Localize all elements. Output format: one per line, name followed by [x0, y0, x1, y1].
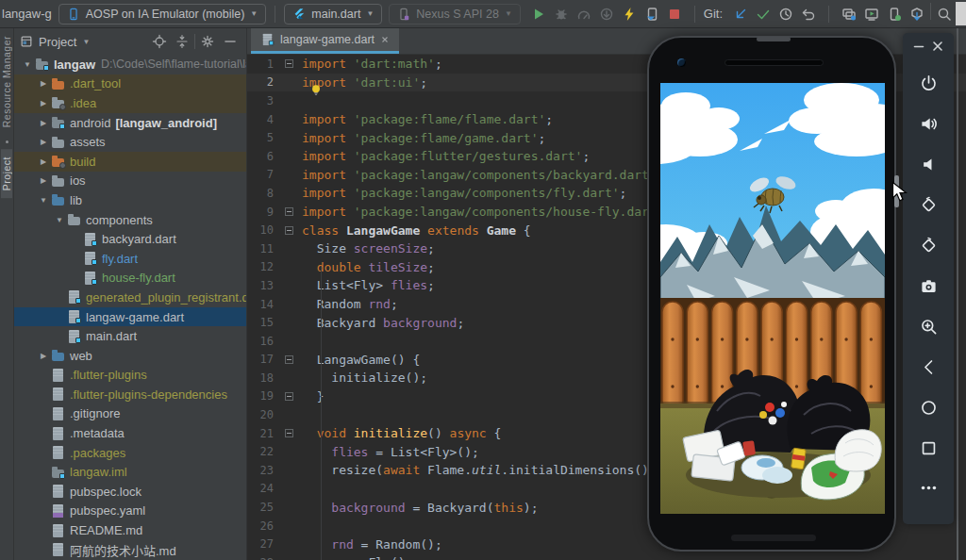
- target-device-dropdown[interactable]: Nexus S API 28 ▼: [389, 4, 520, 25]
- open-devtools-button[interactable]: [641, 3, 663, 25]
- fold-marker-icon[interactable]: [281, 392, 296, 401]
- zoom-button[interactable]: [916, 314, 941, 338]
- update-project-button[interactable]: [729, 3, 752, 25]
- tree-item--md[interactable]: 阿航的技术小站.md: [14, 540, 246, 560]
- module-suffix: [langaw_android]: [115, 116, 217, 130]
- chevron-right-icon[interactable]: ▶: [36, 79, 51, 88]
- rollback-button[interactable]: [797, 3, 820, 25]
- back-button[interactable]: [916, 354, 941, 379]
- tree-item-langaw[interactable]: ▼langaw D:\Code\Self\flame-tutorial\la: [14, 55, 246, 74]
- tree-item-house-fly-dart[interactable]: house-fly.dart: [14, 269, 246, 288]
- chevron-down-icon[interactable]: ▼: [52, 216, 67, 224]
- profiler-button[interactable]: [573, 3, 595, 25]
- tree-item-lib[interactable]: ▼lib: [14, 190, 246, 210]
- device-manager-button[interactable]: [883, 3, 906, 25]
- chevron-right-icon[interactable]: ▶: [36, 176, 51, 185]
- screenshot-button[interactable]: [916, 273, 941, 298]
- tree-item--idea[interactable]: ▶.idea: [14, 93, 246, 113]
- overview-button[interactable]: [916, 436, 941, 460]
- folder-flutter-icon: [51, 116, 65, 129]
- tree-item--flutter-plugins-dependencies[interactable]: .flutter-plugins-dependencies: [14, 385, 246, 404]
- search-everywhere-button[interactable]: [933, 3, 956, 25]
- running-devices-button[interactable]: [860, 3, 883, 25]
- code-text: Random rnd;: [296, 297, 398, 311]
- chevron-down-icon[interactable]: ▼: [36, 196, 51, 205]
- tree-item-fly-dart[interactable]: fly.dart: [14, 249, 246, 269]
- tool-window-tab-resource-manager[interactable]: Resource Manager: [1, 28, 12, 135]
- more-button[interactable]: [916, 476, 941, 501]
- project-name-label: langaw-g: [2, 7, 52, 21]
- fold-marker-icon[interactable]: [281, 429, 296, 437]
- tree-item-web[interactable]: ▶web: [14, 346, 246, 366]
- run-button[interactable]: [527, 3, 550, 25]
- tab-langaw-game-dart[interactable]: langaw-game.dart: [251, 28, 399, 54]
- locate-button[interactable]: [149, 31, 170, 52]
- open-devtools-icon: [644, 7, 659, 22]
- power-icon: [920, 74, 938, 92]
- collapse-all-button[interactable]: [172, 31, 192, 52]
- hide-button[interactable]: [220, 31, 241, 52]
- tree-item--flutter-plugins[interactable]: .flutter-plugins: [14, 366, 246, 386]
- rotate-left-button[interactable]: [916, 193, 941, 218]
- tree-item--dart-tool[interactable]: ▶.dart_tool: [14, 74, 246, 94]
- tree-item-assets[interactable]: ▶assets: [14, 132, 246, 152]
- settings-gear-button[interactable]: [197, 31, 218, 52]
- close-button[interactable]: [930, 39, 945, 54]
- tree-item-build[interactable]: ▶build: [14, 152, 246, 172]
- hot-reload-button[interactable]: [618, 3, 641, 25]
- project-structure-button[interactable]: [838, 3, 860, 25]
- code-line-28[interactable]: 28 spawnFly();: [247, 553, 966, 560]
- dart-file-icon: [67, 310, 81, 323]
- chevron-right-icon[interactable]: ▶: [36, 157, 51, 166]
- fold-marker-icon[interactable]: [281, 59, 296, 68]
- minimize-button[interactable]: [911, 39, 926, 54]
- screenshot-icon: [920, 277, 938, 295]
- close-icon[interactable]: [380, 35, 390, 44]
- tree-item--gitignore[interactable]: .gitignore: [14, 404, 246, 424]
- locate-icon: [152, 34, 167, 49]
- tree-item-backyard-dart[interactable]: backyard.dart: [14, 229, 246, 249]
- dart-file-icon: [83, 252, 97, 265]
- chevron-right-icon[interactable]: ▶: [36, 352, 51, 360]
- tree-item-langaw-iml[interactable]: langaw.iml: [14, 462, 246, 482]
- tree-item-pubspec-lock[interactable]: pubspec.lock: [14, 482, 246, 502]
- history-button[interactable]: [774, 3, 797, 25]
- emulator-screen[interactable]: [660, 83, 885, 514]
- home-button[interactable]: [916, 395, 941, 420]
- chevron-right-icon[interactable]: ▶: [36, 99, 51, 107]
- chevron-right-icon[interactable]: ▶: [36, 119, 51, 127]
- fold-marker-icon[interactable]: [281, 207, 296, 216]
- tree-item--packages[interactable]: .packages: [14, 443, 246, 463]
- tree-item-android[interactable]: ▶android [langaw_android]: [14, 113, 246, 133]
- tree-item-pubspec-yaml[interactable]: pubspec.yaml: [14, 502, 246, 521]
- tree-item-main-dart[interactable]: main.dart: [14, 326, 246, 346]
- volume-down-button[interactable]: [916, 153, 941, 177]
- tree-item-langaw-game-dart[interactable]: langaw-game.dart: [14, 307, 246, 327]
- tree-item-ios[interactable]: ▶ios: [14, 172, 246, 191]
- fold-marker-icon[interactable]: [281, 355, 296, 364]
- tree-item-generated-plugin-registrant-dart[interactable]: generated_plugin_registrant.dart: [14, 288, 246, 307]
- intention-bulb-icon[interactable]: [309, 83, 323, 96]
- sdk-manager-button[interactable]: [906, 3, 928, 25]
- volume-up-button[interactable]: [916, 112, 941, 137]
- stop-button[interactable]: [663, 3, 686, 25]
- fold-marker-icon[interactable]: [281, 226, 296, 235]
- tree-item-components[interactable]: ▼components: [14, 210, 246, 230]
- attach-debugger-button[interactable]: [595, 3, 618, 25]
- chevron-right-icon[interactable]: ▶: [36, 138, 51, 146]
- tool-window-tab-project[interactable]: Project: [1, 149, 12, 198]
- code-text: Size screenSize;: [296, 241, 435, 255]
- tree-item--metadata[interactable]: .metadata: [14, 423, 246, 443]
- code-text: initialize();: [296, 371, 427, 385]
- device-selector-dropdown[interactable]: AOSP on IA Emulator (mobile) ▼: [58, 4, 267, 25]
- power-button[interactable]: [916, 72, 941, 96]
- chevron-down-icon[interactable]: ▼: [20, 60, 35, 69]
- debug-button[interactable]: [550, 3, 573, 25]
- run-config-dropdown[interactable]: main.dart ▼: [284, 4, 382, 25]
- stop-icon: [667, 7, 682, 22]
- tree-item-label: .gitignore: [70, 406, 120, 420]
- tree-item-readme-md[interactable]: README.md: [14, 520, 246, 540]
- commit-button[interactable]: [752, 3, 774, 25]
- rotate-right-button[interactable]: [916, 234, 941, 258]
- project-panel-title[interactable]: Project: [39, 35, 76, 49]
